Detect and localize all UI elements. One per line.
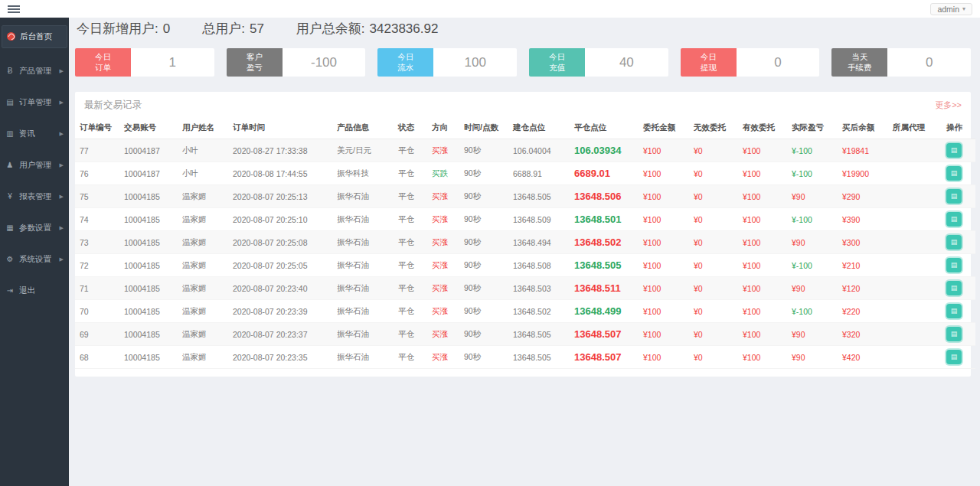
cell-account: 10004187 bbox=[119, 139, 178, 162]
cell-status: 平仓 bbox=[394, 277, 427, 300]
sidebar-item-label: 退出 bbox=[19, 285, 35, 296]
card-today-fee: 当天手续费0 bbox=[831, 48, 971, 77]
cell-product: 振华科技 bbox=[332, 162, 394, 185]
cell-profit: ¥-100 bbox=[787, 254, 838, 277]
sidebar-item-system[interactable]: ⚙系统设置▶ bbox=[0, 249, 69, 269]
cell-operation: ▤ bbox=[942, 208, 975, 231]
cell-account: 10004185 bbox=[119, 277, 178, 300]
cell-duration: 90秒 bbox=[459, 231, 508, 254]
sidebar-item-products[interactable]: Ƀ产品管理▶ bbox=[0, 60, 69, 81]
cell-valid: ¥100 bbox=[738, 139, 787, 162]
card-today-flow: 今日流水100 bbox=[377, 48, 517, 77]
cell-account: 10004185 bbox=[119, 254, 178, 277]
sidebar-item-label: 用户管理 bbox=[19, 160, 51, 171]
order-detail-icon[interactable]: ▤ bbox=[946, 212, 962, 227]
stat-value: 3423836.92 bbox=[370, 21, 439, 36]
sidebar: 后台首页Ƀ产品管理▶▤订单管理▶▥资讯▶♟用户管理▶¥报表管理▶▦参数设置▶⚙系… bbox=[0, 18, 69, 486]
order-detail-icon[interactable]: ▤ bbox=[946, 304, 962, 318]
stat-label: 今日新增用户: bbox=[77, 21, 158, 36]
sidebar-item-reports[interactable]: ¥报表管理▶ bbox=[0, 186, 69, 207]
cell-order-id: 70 bbox=[75, 300, 119, 323]
cell-status: 平仓 bbox=[394, 208, 427, 231]
cell-duration: 90秒 bbox=[459, 277, 508, 300]
card-value: 100 bbox=[433, 48, 517, 77]
cell-order-id: 69 bbox=[75, 323, 119, 346]
cell-close-point: 13648.505 bbox=[570, 254, 639, 277]
sidebar-item-logout[interactable]: ⇥退出 bbox=[0, 280, 69, 301]
order-detail-icon[interactable]: ▤ bbox=[946, 189, 962, 204]
cell-invalid: ¥0 bbox=[689, 323, 738, 346]
user-menu[interactable]: admin ▾ bbox=[930, 3, 972, 15]
cell-order-time: 2020-08-07 20:23:37 bbox=[228, 323, 332, 346]
cell-operation: ▤ bbox=[942, 139, 975, 162]
cell-close-point: 13648.511 bbox=[570, 277, 639, 300]
cell-order-time: 2020-08-07 20:25:08 bbox=[228, 231, 332, 254]
cell-product: 振华石油 bbox=[332, 254, 394, 277]
cell-duration: 90秒 bbox=[459, 254, 508, 277]
sidebar-item-orders[interactable]: ▤订单管理▶ bbox=[0, 92, 69, 113]
order-detail-icon[interactable]: ▤ bbox=[946, 281, 962, 295]
cell-agent bbox=[888, 300, 942, 323]
card-label: 今日订单 bbox=[75, 48, 131, 77]
cell-status: 平仓 bbox=[394, 323, 427, 346]
order-detail-icon[interactable]: ▤ bbox=[946, 143, 962, 158]
cell-agent bbox=[888, 346, 942, 369]
card-value: 0 bbox=[737, 48, 820, 77]
column-header: 无效委托 bbox=[689, 119, 738, 139]
cell-profit: ¥90 bbox=[787, 185, 838, 208]
cell-valid: ¥100 bbox=[738, 254, 787, 277]
column-header: 订单时间 bbox=[228, 119, 332, 139]
cell-close-point: 106.03934 bbox=[570, 139, 639, 162]
column-header: 订单编号 bbox=[75, 119, 119, 139]
cell-valid: ¥100 bbox=[738, 346, 787, 369]
cell-operation: ▤ bbox=[942, 185, 975, 208]
cell-product: 振华石油 bbox=[332, 277, 394, 300]
cell-valid: ¥100 bbox=[738, 185, 787, 208]
cell-invalid: ¥0 bbox=[689, 162, 738, 185]
chevron-right-icon: ▶ bbox=[60, 225, 64, 231]
sidebar-item-params[interactable]: ▦参数设置▶ bbox=[0, 217, 69, 238]
cell-close-point: 13648.507 bbox=[570, 323, 639, 346]
card-label: 今日提现 bbox=[681, 48, 737, 77]
orders-icon: ▤ bbox=[5, 98, 15, 106]
cell-order-time: 2020-08-07 20:25:10 bbox=[228, 208, 332, 231]
cell-username: 温家媚 bbox=[178, 185, 228, 208]
order-detail-icon[interactable]: ▤ bbox=[946, 327, 962, 341]
card-customer-pnl: 客户盈亏-100 bbox=[227, 48, 366, 77]
column-header: 操作 bbox=[942, 119, 975, 139]
cell-valid: ¥100 bbox=[738, 162, 787, 185]
cell-operation: ▤ bbox=[942, 346, 975, 369]
cell-order-id: 77 bbox=[75, 139, 119, 162]
cell-direction: 买涨 bbox=[427, 185, 459, 208]
cell-invalid: ¥0 bbox=[689, 346, 738, 369]
cell-amount: ¥100 bbox=[639, 208, 689, 231]
menu-toggle-icon[interactable] bbox=[8, 4, 20, 15]
cell-order-id: 68 bbox=[75, 346, 119, 369]
order-detail-icon[interactable]: ▤ bbox=[946, 258, 962, 272]
more-link[interactable]: 更多>> bbox=[935, 99, 962, 111]
cell-agent bbox=[888, 208, 942, 231]
column-header: 时间/点数 bbox=[459, 119, 508, 139]
panel-title: 最新交易记录 bbox=[84, 99, 142, 112]
table-row: 7110004185温家媚2020-08-07 20:23:40振华石油平仓买涨… bbox=[75, 277, 975, 300]
cell-account: 10004185 bbox=[119, 346, 178, 369]
stat-0: 今日新增用户:0 bbox=[77, 20, 170, 38]
sidebar-item-home[interactable]: 后台首页 bbox=[2, 25, 67, 48]
order-detail-icon[interactable]: ▤ bbox=[946, 235, 962, 250]
order-detail-icon[interactable]: ▤ bbox=[946, 166, 962, 181]
cell-amount: ¥100 bbox=[639, 185, 689, 208]
cell-invalid: ¥0 bbox=[689, 254, 738, 277]
cell-balance: ¥320 bbox=[838, 323, 888, 346]
product-icon: Ƀ bbox=[5, 67, 15, 75]
sidebar-item-users[interactable]: ♟用户管理▶ bbox=[0, 155, 69, 175]
chevron-right-icon: ▶ bbox=[60, 194, 64, 200]
cell-product: 振华石油 bbox=[332, 208, 394, 231]
cell-balance: ¥19841 bbox=[838, 139, 888, 162]
cell-order-id: 73 bbox=[75, 231, 119, 254]
sidebar-item-news[interactable]: ▥资讯▶ bbox=[0, 123, 69, 144]
column-header: 产品信息 bbox=[332, 119, 394, 139]
order-detail-icon[interactable]: ▤ bbox=[946, 350, 962, 364]
cell-duration: 90秒 bbox=[459, 139, 508, 162]
table-row: 7410004185温家媚2020-08-07 20:25:10振华石油平仓买涨… bbox=[75, 208, 975, 231]
cell-valid: ¥100 bbox=[738, 231, 787, 254]
